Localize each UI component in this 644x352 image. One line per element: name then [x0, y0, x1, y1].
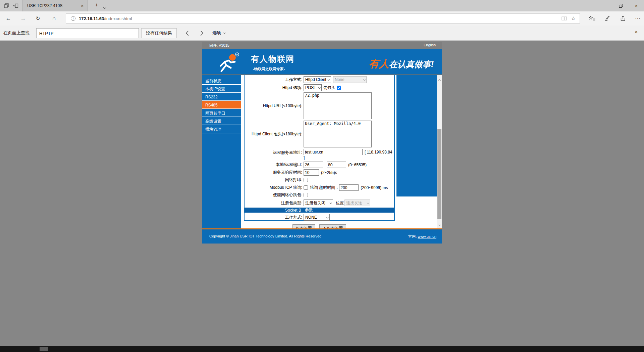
modbus-timeout-label: 轮询 超时时间：: [310, 185, 339, 190]
sidebar-item-current-status[interactable]: 当前状态: [202, 77, 241, 85]
right-blue-panel: [396, 75, 437, 196]
find-input[interactable]: [36, 28, 139, 38]
httpd-header-label: Httpd Client 包头(<180byte):: [245, 131, 304, 137]
slogan-rest: 在认真做事!: [389, 59, 434, 69]
ports-label: 本地/远程端口:: [245, 162, 304, 168]
find-in-page-bar: 在页面上查找 没有任何结果 选项 ×: [0, 26, 644, 41]
find-next-button[interactable]: [197, 29, 207, 38]
register-packet-label: 注册包类型:: [245, 200, 304, 206]
modbus-hint: (200~9999) ms: [361, 185, 388, 190]
new-tab-button[interactable]: +: [93, 2, 101, 8]
strip-header-checkbox[interactable]: [337, 86, 341, 90]
tab-preview-icon[interactable]: [3, 2, 10, 9]
tab-close-icon[interactable]: ×: [79, 3, 85, 9]
content-area: 当前状态 本机IP设置 RS232 RS485 网页转串口 高级设置 模块管理 …: [202, 75, 442, 228]
page-footer: Copyright © Jinan USR IOT Technology Lim…: [202, 228, 442, 244]
modbus-poll-checkbox[interactable]: [304, 185, 308, 190]
address-bar[interactable]: i 172.16.11.63 /indexcn.shtml ☆: [66, 13, 580, 24]
remote-port-input[interactable]: [327, 162, 346, 168]
socket-b-subtitle: 参数: [303, 207, 394, 213]
firmware-strip: 固件: V3015 English: [202, 42, 442, 49]
scrollbar-thumb[interactable]: [437, 129, 441, 219]
httpd-url-textarea[interactable]: /2.php: [304, 92, 372, 119]
restore-button[interactable]: [613, 0, 629, 11]
register-packet-select[interactable]: 注册包关闭: [304, 200, 333, 206]
taskbar-item[interactable]: [40, 347, 48, 351]
ports-hint: (0~65535): [348, 163, 367, 167]
local-port-input[interactable]: [304, 162, 323, 168]
work-mode-secondary-select: None: [333, 76, 367, 83]
set-tabs-aside-icon[interactable]: [12, 2, 19, 9]
work-mode-select[interactable]: Httpd Client: [304, 76, 331, 83]
sidebar-item-rs485[interactable]: RS485: [202, 101, 241, 109]
modbus-row: ModbusTCP 轮询: 轮询 超时时间： (200~9999) ms: [245, 184, 394, 191]
httpd-option-label: Httpd 选项:: [245, 85, 304, 91]
remote-ip-note-close: ]: [304, 156, 392, 160]
home-button[interactable]: ⌂: [48, 11, 60, 26]
close-button[interactable]: ×: [629, 0, 644, 11]
socket-b-work-mode-label: 工作方式:: [245, 215, 304, 220]
httpd-option-row: Httpd 选项: POST 去包头: [245, 84, 394, 91]
httpd-header-textarea[interactable]: User_Agent: Mozilla/4.0: [304, 121, 372, 147]
net-print-row: 网络打印:: [245, 177, 394, 183]
favorite-star-icon[interactable]: ☆: [571, 15, 576, 21]
svg-text:R: R: [236, 53, 238, 56]
hub-icon[interactable]: [586, 11, 598, 26]
brand-slogan: 有人在认真做事!: [369, 57, 434, 71]
forward-button[interactable]: →: [17, 11, 29, 26]
reading-view-icon[interactable]: [561, 16, 567, 21]
sidebar-item-module-mgmt[interactable]: 模块管理: [202, 125, 241, 133]
httpd-method-select[interactable]: POST: [304, 84, 322, 91]
save-button[interactable]: 保存设置: [292, 224, 315, 228]
copyright-text: Copyright © Jinan USR IOT Technology Lim…: [209, 234, 321, 238]
slogan-accent: 有人: [369, 58, 389, 69]
register-packet-row: 注册包类型: 注册包关闭 位置 连接发送: [245, 200, 394, 206]
brand-title: 有人物联网: [251, 54, 294, 64]
discard-button[interactable]: 不保存设置: [319, 224, 346, 228]
find-label: 在页面上查找: [3, 30, 30, 36]
info-icon[interactable]: i: [71, 16, 75, 21]
share-icon[interactable]: [617, 11, 629, 26]
sidebar-item-local-ip[interactable]: 本机IP设置: [202, 85, 241, 93]
heartbeat-row: 使能网络心跳包:: [245, 192, 394, 198]
response-time-input[interactable]: [304, 169, 319, 176]
browser-tab[interactable]: USR-TCP232-410S ×: [22, 0, 88, 11]
httpd-header-row: Httpd Client 包头(<180byte): User_Agent: M…: [245, 121, 394, 147]
usr-logo-icon: R: [211, 52, 245, 73]
net-print-checkbox[interactable]: [304, 178, 308, 182]
settings-more-icon[interactable]: ⋯: [632, 11, 643, 26]
tab-bar: USR-TCP232-410S × + ×: [0, 0, 644, 11]
tab-list-chevron-icon[interactable]: [103, 4, 106, 10]
sidebar-item-advanced[interactable]: 高级设置: [202, 117, 241, 125]
sidebar-item-rs232[interactable]: RS232: [202, 93, 241, 101]
heartbeat-checkbox[interactable]: [304, 193, 308, 197]
find-close-button[interactable]: ×: [632, 29, 641, 35]
modbus-timeout-input[interactable]: [339, 184, 359, 191]
back-button[interactable]: ←: [3, 11, 14, 26]
remote-server-input[interactable]: [304, 149, 363, 155]
remote-server-label: 远程服务器地址:: [245, 149, 304, 156]
remote-ip-note: [ 118.190.93.84: [365, 150, 392, 155]
page-scrollbar[interactable]: [437, 75, 442, 228]
socket-b-work-mode-select[interactable]: NONE: [304, 214, 330, 221]
scroll-down-icon[interactable]: [437, 221, 442, 227]
ports-row: 本地/远程端口: (0~65535): [245, 162, 394, 168]
scroll-up-icon[interactable]: [437, 77, 442, 83]
form-actions: 保存设置 不保存设置: [244, 224, 395, 228]
find-options-button[interactable]: 选项: [212, 30, 225, 36]
english-link[interactable]: English: [424, 43, 436, 47]
site-link[interactable]: www.usr.cn: [418, 234, 436, 238]
work-mode-row: 工作方式: Httpd Client None: [245, 76, 394, 83]
rs485-settings-form: 工作方式: Httpd Client None Httpd 选项: POST 去…: [244, 75, 395, 221]
web-note-pen-icon[interactable]: [602, 11, 613, 26]
minimize-button[interactable]: [598, 0, 613, 11]
register-position-select: 连接发送: [344, 200, 370, 206]
sidebar-item-web-to-serial[interactable]: 网页转串口: [202, 109, 241, 117]
find-previous-button[interactable]: [182, 29, 192, 38]
sidebar-nav: 当前状态 本机IP设置 RS232 RS485 网页转串口 高级设置 模块管理: [202, 75, 241, 228]
device-config-page: 固件: V3015 English R 有人物联网 -物联网之联网专家- 有人在…: [202, 42, 442, 244]
official-site: 官网: www.usr.cn: [408, 234, 436, 239]
navigation-toolbar: ← → ↻ ⌂ i 172.16.11.63 /indexcn.shtml ☆ …: [0, 11, 644, 26]
refresh-button[interactable]: ↻: [32, 11, 44, 26]
tab-title: USR-TCP232-410S: [27, 3, 79, 8]
